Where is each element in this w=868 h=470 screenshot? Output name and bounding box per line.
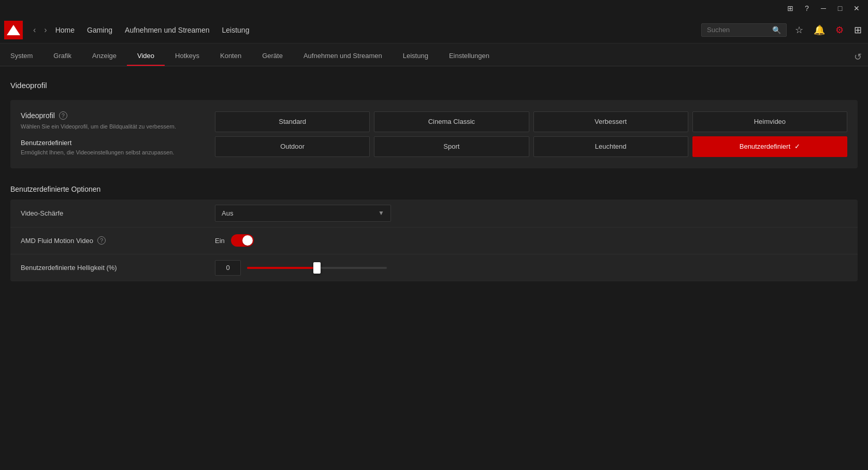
help-button[interactable]: ? <box>800 1 814 16</box>
toggle-container: Ein <box>215 234 254 247</box>
profile-btn-benutzerdefiniert[interactable]: Benutzerdefiniert ✓ <box>692 136 847 157</box>
toggle-knob <box>242 235 253 246</box>
profile-btn-outdoor[interactable]: Outdoor <box>215 136 370 157</box>
nav-home[interactable]: Home <box>55 24 75 36</box>
profile-buttons: Standard Cinema Classic Verbessert Heimv… <box>205 100 858 168</box>
search-box[interactable]: 🔍 <box>701 23 787 37</box>
nav-leistung[interactable]: Leistung <box>222 24 250 36</box>
video-schaerfe-control: Aus ▼ <box>205 200 858 227</box>
profile-btn-cinema-classic[interactable]: Cinema Classic <box>374 111 529 132</box>
amd-logo <box>4 21 23 39</box>
title-bar: ⊞ ? ─ □ ✕ <box>0 0 868 17</box>
option-row-amd-fluid: AMD Fluid Motion Video ? Ein <box>10 227 858 254</box>
close-button[interactable]: ✕ <box>849 1 864 16</box>
settings-icon[interactable]: ⚙ <box>833 22 846 38</box>
profile-label: Videoprofil <box>21 111 55 120</box>
amd-fluid-label: AMD Fluid Motion Video ? <box>10 229 205 252</box>
slider-value-box: 0 <box>215 260 241 276</box>
toolbar: ‹ › Home Gaming Aufnehmen und Streamen L… <box>0 17 868 44</box>
profile-sub-label: Benutzerdefiniert <box>21 139 194 147</box>
chevron-down-icon: ▼ <box>378 209 384 217</box>
profile-info: Videoprofil ? Wählen Sie ein Videoprofil… <box>10 100 205 168</box>
slider-thumb[interactable] <box>313 262 321 274</box>
profile-btn-heimvideo[interactable]: Heimvideo <box>692 111 847 132</box>
forward-button[interactable]: › <box>40 23 51 37</box>
profile-sub-description: Ermöglicht Ihnen, die Videoeinstellungen… <box>21 149 194 156</box>
extra1-button[interactable]: ⊞ <box>783 1 798 16</box>
helligkeit-slider[interactable] <box>247 267 387 269</box>
video-schaerfe-label: Video-Schärfe <box>10 202 205 224</box>
tab-bar: System Grafik Anzeige Video Hotkeys Kont… <box>0 44 868 66</box>
tab-leistung[interactable]: Leistung <box>393 47 439 66</box>
amd-fluid-control: Ein <box>205 229 858 252</box>
profile-description: Wählen Sie ein Videoprofil, um die Bildq… <box>21 123 194 131</box>
toggle-label: Ein <box>215 237 225 245</box>
maximize-button[interactable]: □ <box>833 1 847 16</box>
slider-container: 0 <box>215 260 387 276</box>
toolbar-nav: Home Gaming Aufnehmen und Streamen Leist… <box>55 24 701 36</box>
nav-gaming[interactable]: Gaming <box>87 24 112 36</box>
profile-btn-standard[interactable]: Standard <box>215 111 370 132</box>
tab-system[interactable]: System <box>0 47 43 66</box>
minimize-button[interactable]: ─ <box>816 1 831 16</box>
profile-btn-leuchtend[interactable]: Leuchtend <box>533 136 688 157</box>
tab-einstellungen[interactable]: Einstellungen <box>439 47 500 66</box>
profile-info-title: Videoprofil ? <box>21 111 194 120</box>
page-title: Videoprofil <box>10 81 858 90</box>
amd-fluid-toggle[interactable] <box>231 234 254 247</box>
helligkeit-control: 0 <box>205 255 858 281</box>
tab-geraete[interactable]: Geräte <box>252 47 293 66</box>
profile-help-icon[interactable]: ? <box>59 111 67 120</box>
fluid-help-icon[interactable]: ? <box>97 236 106 245</box>
profile-card: Videoprofil ? Wählen Sie ein Videoprofil… <box>10 100 858 168</box>
layout-icon[interactable]: ⊞ <box>852 22 864 38</box>
option-row-helligkeit: Benutzerdefinierte Helligkeit (%) 0 <box>10 254 858 281</box>
tab-grafik[interactable]: Grafik <box>43 47 82 66</box>
back-button[interactable]: ‹ <box>29 23 40 37</box>
profile-btn-verbessert[interactable]: Verbessert <box>533 111 688 132</box>
bell-icon[interactable]: 🔔 <box>812 22 827 38</box>
custom-section-title: Benutzerdefinierte Optionen <box>10 185 858 193</box>
tab-konten[interactable]: Konten <box>210 47 252 66</box>
tab-anzeige[interactable]: Anzeige <box>82 47 127 66</box>
tab-video[interactable]: Video <box>127 47 165 66</box>
helligkeit-label: Benutzerdefinierte Helligkeit (%) <box>10 257 205 279</box>
nav-aufnehmen[interactable]: Aufnehmen und Streamen <box>125 24 209 36</box>
bookmark-icon[interactable]: ☆ <box>793 22 805 38</box>
options-card: Video-Schärfe Aus ▼ AMD Fluid Motion Vid… <box>10 200 858 281</box>
search-icon: 🔍 <box>772 26 781 34</box>
content: Videoprofil Videoprofil ? Wählen Sie ein… <box>0 66 868 296</box>
toolbar-right: 🔍 ☆ 🔔 ⚙ ⊞ <box>701 22 864 38</box>
reset-icon[interactable]: ↺ <box>854 51 862 63</box>
search-input[interactable] <box>707 26 769 34</box>
option-row-video-schaerfe: Video-Schärfe Aus ▼ <box>10 200 858 227</box>
tab-hotkeys[interactable]: Hotkeys <box>165 47 210 66</box>
slider-fill <box>247 267 317 269</box>
video-schaerfe-dropdown[interactable]: Aus ▼ <box>215 205 391 222</box>
dropdown-value: Aus <box>222 209 233 217</box>
tab-aufnehmen-streamen[interactable]: Aufnehmen und Streamen <box>293 47 393 66</box>
profile-btn-sport[interactable]: Sport <box>374 136 529 157</box>
